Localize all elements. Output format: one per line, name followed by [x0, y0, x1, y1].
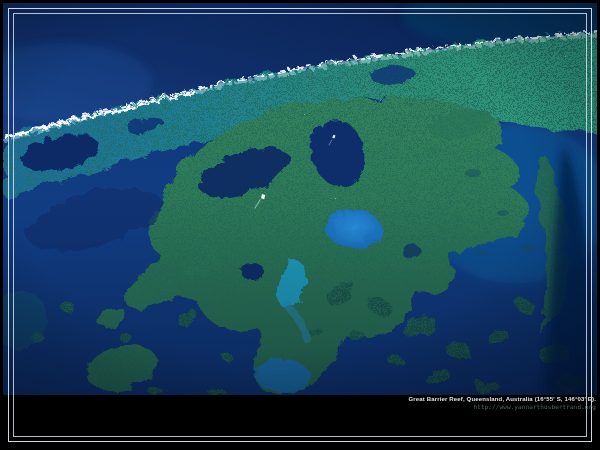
caption-credit-url: http://www.yannarthusbertrand.org: [409, 403, 596, 410]
photo-caption: Great Barrier Reef, Queensland, Australi…: [409, 396, 596, 410]
caption-location: Great Barrier Reef, Queensland, Australi…: [409, 396, 596, 403]
vignette: [3, 3, 597, 395]
wallpaper-stage: Great Barrier Reef, Queensland, Australi…: [0, 0, 600, 450]
reef-aerial-photo: [3, 3, 597, 395]
